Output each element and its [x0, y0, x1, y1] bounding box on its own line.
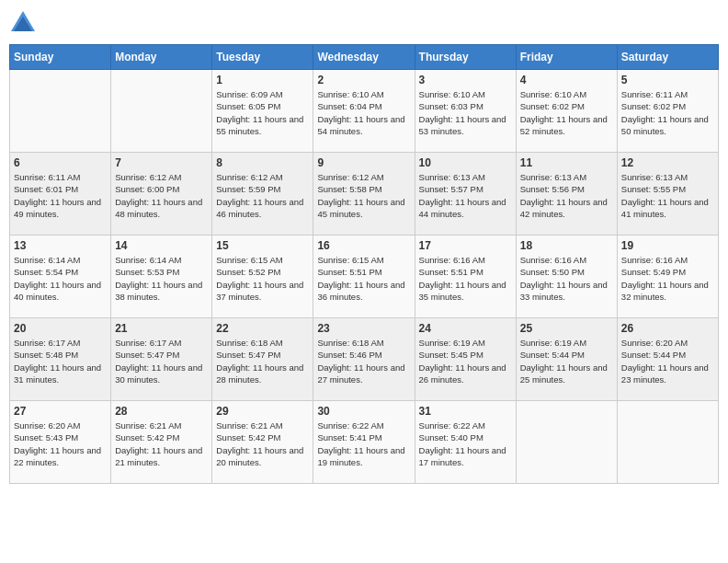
day-number: 16	[317, 239, 410, 252]
calendar-cell: 10Sunrise: 6:13 AMSunset: 5:57 PMDayligh…	[415, 153, 516, 236]
page-header	[9, 9, 719, 37]
calendar-cell: 13Sunrise: 6:14 AMSunset: 5:54 PMDayligh…	[10, 236, 111, 318]
calendar-cell: 22Sunrise: 6:18 AMSunset: 5:47 PMDayligh…	[212, 318, 313, 401]
calendar-cell: 6Sunrise: 6:11 AMSunset: 6:01 PMDaylight…	[10, 153, 111, 236]
day-info: Sunrise: 6:14 AMSunset: 5:54 PMDaylight:…	[14, 254, 107, 303]
calendar-cell: 9Sunrise: 6:12 AMSunset: 5:58 PMDaylight…	[313, 153, 415, 236]
calendar-cell: 19Sunrise: 6:16 AMSunset: 5:49 PMDayligh…	[617, 236, 718, 318]
day-number: 31	[419, 405, 512, 418]
calendar-cell: 25Sunrise: 6:19 AMSunset: 5:44 PMDayligh…	[516, 318, 617, 401]
calendar-header-row: SundayMondayTuesdayWednesdayThursdayFrid…	[10, 45, 719, 70]
weekday-header: Wednesday	[313, 45, 415, 70]
calendar-cell: 30Sunrise: 6:22 AMSunset: 5:41 PMDayligh…	[313, 401, 415, 484]
day-info: Sunrise: 6:12 AMSunset: 6:00 PMDaylight:…	[115, 171, 208, 220]
day-number: 5	[621, 74, 714, 86]
day-number: 2	[317, 74, 410, 86]
calendar-cell	[10, 70, 111, 153]
calendar-cell: 24Sunrise: 6:19 AMSunset: 5:45 PMDayligh…	[415, 318, 516, 401]
day-number: 21	[115, 322, 208, 335]
calendar-cell: 20Sunrise: 6:17 AMSunset: 5:48 PMDayligh…	[10, 318, 111, 401]
day-number: 1	[216, 74, 309, 86]
day-number: 11	[520, 156, 613, 169]
day-info: Sunrise: 6:17 AMSunset: 5:48 PMDaylight:…	[14, 337, 107, 385]
calendar-week-row: 1Sunrise: 6:09 AMSunset: 6:05 PMDaylight…	[10, 70, 719, 153]
day-number: 20	[14, 322, 107, 335]
calendar-cell: 5Sunrise: 6:11 AMSunset: 6:02 PMDaylight…	[617, 70, 718, 153]
day-info: Sunrise: 6:09 AMSunset: 6:05 PMDaylight:…	[216, 88, 309, 137]
day-info: Sunrise: 6:19 AMSunset: 5:44 PMDaylight:…	[520, 337, 613, 385]
calendar-cell: 1Sunrise: 6:09 AMSunset: 6:05 PMDaylight…	[212, 70, 313, 153]
calendar-cell: 21Sunrise: 6:17 AMSunset: 5:47 PMDayligh…	[111, 318, 212, 401]
calendar-cell: 28Sunrise: 6:21 AMSunset: 5:42 PMDayligh…	[111, 401, 212, 484]
weekday-header: Monday	[111, 45, 212, 70]
calendar-cell: 26Sunrise: 6:20 AMSunset: 5:44 PMDayligh…	[617, 318, 718, 401]
calendar-cell	[111, 70, 212, 153]
day-info: Sunrise: 6:10 AMSunset: 6:04 PMDaylight:…	[317, 88, 410, 137]
day-info: Sunrise: 6:10 AMSunset: 6:02 PMDaylight:…	[520, 88, 613, 137]
day-info: Sunrise: 6:22 AMSunset: 5:41 PMDaylight:…	[317, 419, 410, 468]
day-number: 10	[419, 156, 512, 169]
weekday-header: Saturday	[617, 45, 718, 70]
calendar-week-row: 27Sunrise: 6:20 AMSunset: 5:43 PMDayligh…	[10, 401, 719, 484]
calendar-cell: 17Sunrise: 6:16 AMSunset: 5:51 PMDayligh…	[415, 236, 516, 318]
day-number: 15	[216, 239, 309, 252]
day-number: 30	[317, 405, 410, 418]
day-info: Sunrise: 6:12 AMSunset: 5:59 PMDaylight:…	[216, 171, 309, 220]
day-number: 6	[14, 156, 107, 169]
day-info: Sunrise: 6:20 AMSunset: 5:43 PMDaylight:…	[14, 419, 107, 468]
day-info: Sunrise: 6:11 AMSunset: 6:02 PMDaylight:…	[621, 88, 714, 137]
day-info: Sunrise: 6:13 AMSunset: 5:55 PMDaylight:…	[621, 171, 714, 220]
day-info: Sunrise: 6:18 AMSunset: 5:46 PMDaylight:…	[317, 337, 410, 385]
day-number: 18	[520, 239, 613, 252]
day-info: Sunrise: 6:21 AMSunset: 5:42 PMDaylight:…	[115, 419, 208, 468]
day-info: Sunrise: 6:13 AMSunset: 5:56 PMDaylight:…	[520, 171, 613, 220]
calendar-week-row: 20Sunrise: 6:17 AMSunset: 5:48 PMDayligh…	[10, 318, 719, 401]
day-info: Sunrise: 6:11 AMSunset: 6:01 PMDaylight:…	[14, 171, 107, 220]
calendar-table: SundayMondayTuesdayWednesdayThursdayFrid…	[9, 44, 719, 484]
day-info: Sunrise: 6:22 AMSunset: 5:40 PMDaylight:…	[419, 419, 512, 468]
day-number: 26	[621, 322, 714, 335]
calendar-body: 1Sunrise: 6:09 AMSunset: 6:05 PMDaylight…	[10, 70, 719, 484]
day-number: 17	[419, 239, 512, 252]
day-info: Sunrise: 6:19 AMSunset: 5:45 PMDaylight:…	[419, 337, 512, 385]
weekday-header: Tuesday	[212, 45, 313, 70]
day-info: Sunrise: 6:15 AMSunset: 5:51 PMDaylight:…	[317, 254, 410, 303]
calendar-cell: 27Sunrise: 6:20 AMSunset: 5:43 PMDayligh…	[10, 401, 111, 484]
calendar-cell	[617, 401, 718, 484]
calendar-cell: 16Sunrise: 6:15 AMSunset: 5:51 PMDayligh…	[313, 236, 415, 318]
day-info: Sunrise: 6:21 AMSunset: 5:42 PMDaylight:…	[216, 419, 309, 468]
calendar-cell: 12Sunrise: 6:13 AMSunset: 5:55 PMDayligh…	[617, 153, 718, 236]
calendar-cell: 4Sunrise: 6:10 AMSunset: 6:02 PMDaylight…	[516, 70, 617, 153]
logo	[9, 9, 39, 37]
day-number: 27	[14, 405, 107, 418]
weekday-header: Sunday	[10, 45, 111, 70]
calendar-cell: 15Sunrise: 6:15 AMSunset: 5:52 PMDayligh…	[212, 236, 313, 318]
day-number: 14	[115, 239, 208, 252]
day-info: Sunrise: 6:18 AMSunset: 5:47 PMDaylight:…	[216, 337, 309, 385]
calendar-cell: 8Sunrise: 6:12 AMSunset: 5:59 PMDaylight…	[212, 153, 313, 236]
day-number: 23	[317, 322, 410, 335]
day-number: 4	[520, 74, 613, 86]
day-number: 19	[621, 239, 714, 252]
day-number: 22	[216, 322, 309, 335]
weekday-header: Friday	[516, 45, 617, 70]
day-number: 12	[621, 156, 714, 169]
day-number: 28	[115, 405, 208, 418]
day-info: Sunrise: 6:12 AMSunset: 5:58 PMDaylight:…	[317, 171, 410, 220]
day-info: Sunrise: 6:16 AMSunset: 5:49 PMDaylight:…	[621, 254, 714, 303]
day-number: 9	[317, 156, 410, 169]
day-number: 3	[419, 74, 512, 86]
calendar-cell: 14Sunrise: 6:14 AMSunset: 5:53 PMDayligh…	[111, 236, 212, 318]
calendar-week-row: 13Sunrise: 6:14 AMSunset: 5:54 PMDayligh…	[10, 236, 719, 318]
day-info: Sunrise: 6:13 AMSunset: 5:57 PMDaylight:…	[419, 171, 512, 220]
day-number: 24	[419, 322, 512, 335]
calendar-cell: 3Sunrise: 6:10 AMSunset: 6:03 PMDaylight…	[415, 70, 516, 153]
day-info: Sunrise: 6:14 AMSunset: 5:53 PMDaylight:…	[115, 254, 208, 303]
calendar-cell: 18Sunrise: 6:16 AMSunset: 5:50 PMDayligh…	[516, 236, 617, 318]
calendar-week-row: 6Sunrise: 6:11 AMSunset: 6:01 PMDaylight…	[10, 153, 719, 236]
day-number: 7	[115, 156, 208, 169]
day-info: Sunrise: 6:16 AMSunset: 5:51 PMDaylight:…	[419, 254, 512, 303]
calendar-cell: 29Sunrise: 6:21 AMSunset: 5:42 PMDayligh…	[212, 401, 313, 484]
day-number: 8	[216, 156, 309, 169]
day-info: Sunrise: 6:15 AMSunset: 5:52 PMDaylight:…	[216, 254, 309, 303]
